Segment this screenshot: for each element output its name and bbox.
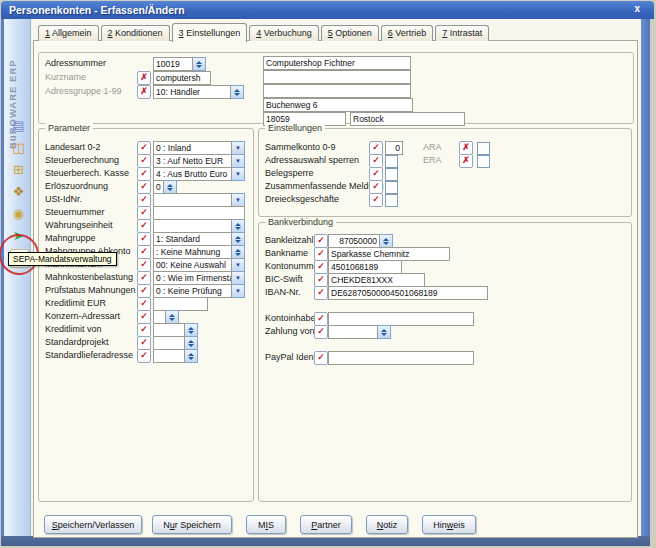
dropdown-field[interactable]: 0 : Keine Prüfung▼ bbox=[153, 284, 245, 298]
checkbox[interactable] bbox=[385, 168, 398, 181]
modified-flag-icon[interactable]: ✓ bbox=[137, 271, 151, 285]
orgchart-icon[interactable]: ⊞ bbox=[10, 161, 27, 178]
text-field[interactable]: DE62870500004501068189 bbox=[328, 286, 488, 300]
modified-flag-icon[interactable]: ✓ bbox=[137, 180, 151, 194]
notiz-button[interactable]: Notiz bbox=[366, 515, 408, 534]
field-value[interactable] bbox=[153, 349, 185, 363]
spinner-field[interactable] bbox=[153, 349, 198, 363]
field-value[interactable]: 4 : Aus Brutto Euro bbox=[153, 167, 232, 181]
spinner-icon[interactable] bbox=[232, 219, 245, 233]
spinner-icon[interactable] bbox=[232, 245, 245, 259]
field-value[interactable] bbox=[153, 323, 185, 337]
text-field[interactable]: 4501068189 bbox=[328, 260, 402, 274]
modified-flag-icon[interactable]: ✓ bbox=[137, 193, 151, 207]
modified-flag-icon[interactable]: ✓ bbox=[314, 286, 328, 300]
clear-flag-icon[interactable]: ✗ bbox=[137, 71, 151, 85]
spinner-icon[interactable] bbox=[232, 232, 245, 246]
modified-flag-icon[interactable]: ✓ bbox=[137, 206, 151, 220]
nur-speichern-button[interactable]: Nur Speichern bbox=[152, 515, 232, 534]
field-value[interactable] bbox=[328, 325, 378, 339]
tab-allgemein[interactable]: 1 Allgemein bbox=[38, 25, 99, 41]
clear-flag-icon[interactable]: ✗ bbox=[459, 141, 473, 155]
modified-flag-icon[interactable]: ✓ bbox=[314, 273, 328, 287]
field-value[interactable]: computersh bbox=[153, 71, 211, 85]
dropdown-arrow-icon[interactable]: ▼ bbox=[232, 154, 245, 168]
text-field[interactable] bbox=[328, 351, 474, 365]
modified-flag-icon[interactable]: ✓ bbox=[137, 232, 151, 246]
dropdown-field[interactable]: 0 : Wie im Firmenstamm eing▼ bbox=[153, 271, 245, 285]
spinner-field[interactable]: 0 bbox=[153, 180, 177, 194]
dropdown-arrow-icon[interactable]: ▼ bbox=[232, 258, 245, 272]
field-value[interactable] bbox=[153, 336, 185, 350]
field-value[interactable] bbox=[153, 219, 232, 233]
spinner-icon[interactable] bbox=[185, 349, 198, 363]
modified-flag-icon[interactable]: ✓ bbox=[314, 247, 328, 261]
modified-flag-icon[interactable]: ✓ bbox=[137, 284, 151, 298]
text-field[interactable] bbox=[153, 206, 245, 220]
tab-intrastat[interactable]: 7 Intrastat bbox=[435, 25, 489, 41]
partner-button[interactable]: Partner bbox=[300, 515, 352, 534]
field-value[interactable]: DE62870500004501068189 bbox=[328, 286, 488, 300]
modified-flag-icon[interactable]: ✓ bbox=[314, 234, 328, 248]
text-field[interactable]: CHEKDE81XXX bbox=[328, 273, 425, 287]
dropdown-arrow-icon[interactable]: ▼ bbox=[232, 284, 245, 298]
clear-flag-icon[interactable]: ✗ bbox=[137, 85, 151, 99]
tab-vertrieb[interactable]: 6 Vertrieb bbox=[381, 25, 434, 41]
field-value[interactable]: 1: Standard bbox=[153, 232, 232, 246]
value-box[interactable]: 0 bbox=[385, 141, 403, 155]
field-value[interactable]: 10: Händler bbox=[153, 85, 231, 99]
spinner-field[interactable] bbox=[153, 219, 245, 233]
field-value[interactable]: 00: Keine Auswahl bbox=[153, 258, 232, 272]
tab-konditionen[interactable]: 2 Konditionen bbox=[101, 25, 170, 41]
field-value[interactable]: 0 : Inland bbox=[153, 141, 232, 155]
field-value[interactable]: CHEKDE81XXX bbox=[328, 273, 425, 287]
modified-flag-icon[interactable]: ✓ bbox=[137, 323, 151, 337]
field-value[interactable] bbox=[263, 84, 411, 98]
spinner-field[interactable] bbox=[328, 325, 391, 339]
spinner-icon[interactable] bbox=[380, 234, 393, 248]
text-field[interactable]: Buchenweg 6 bbox=[263, 98, 413, 112]
text-field[interactable]: Computershop Fichtner bbox=[263, 56, 411, 70]
field-value[interactable]: Buchenweg 6 bbox=[263, 98, 413, 112]
tab-einstellungen[interactable]: 3 Einstellungen bbox=[172, 23, 248, 42]
spinner-icon[interactable] bbox=[185, 323, 198, 337]
field-value[interactable] bbox=[153, 193, 232, 207]
modified-flag-icon[interactable]: ✓ bbox=[137, 154, 151, 168]
dropdown-field[interactable]: 3 : Auf Netto EUR▼ bbox=[153, 154, 245, 168]
mis-button[interactable]: MIS bbox=[246, 515, 286, 534]
field-value[interactable]: 10019 bbox=[153, 57, 193, 71]
checkbox[interactable] bbox=[477, 142, 490, 155]
checkbox[interactable] bbox=[385, 181, 398, 194]
spinner-icon[interactable] bbox=[164, 180, 177, 194]
field-value[interactable] bbox=[263, 70, 411, 84]
text-field[interactable] bbox=[153, 297, 208, 311]
spinner-field[interactable]: : Keine Mahnung bbox=[153, 245, 245, 259]
checkbox[interactable] bbox=[385, 155, 398, 168]
spinner-field[interactable] bbox=[153, 336, 198, 350]
coins-icon[interactable]: ◉ bbox=[10, 205, 27, 222]
modified-flag-icon[interactable]: ✓ bbox=[369, 154, 383, 168]
modified-flag-icon[interactable]: ✓ bbox=[137, 310, 151, 324]
field-value[interactable]: Sparkasse Chemnitz bbox=[328, 247, 450, 261]
field-value[interactable]: 0 bbox=[153, 180, 164, 194]
spinner-icon[interactable] bbox=[378, 325, 391, 339]
field-value[interactable]: Computershop Fichtner bbox=[263, 56, 411, 70]
spinner-icon[interactable] bbox=[185, 336, 198, 350]
field-value[interactable] bbox=[153, 297, 208, 311]
modified-flag-icon[interactable]: ✓ bbox=[369, 180, 383, 194]
modified-flag-icon[interactable]: ✓ bbox=[314, 260, 328, 274]
hinweis-button[interactable]: Hinweis bbox=[422, 515, 476, 534]
text-field[interactable]: Sparkasse Chemnitz bbox=[328, 247, 450, 261]
modified-flag-icon[interactable]: ✓ bbox=[137, 245, 151, 259]
spinner-field[interactable]: 10: Händler bbox=[153, 85, 244, 99]
dropdown-arrow-icon[interactable]: ▼ bbox=[232, 271, 245, 285]
field-value[interactable] bbox=[328, 351, 474, 365]
checkbox[interactable] bbox=[385, 194, 398, 207]
spinner-field[interactable]: 1: Standard bbox=[153, 232, 245, 246]
modified-flag-icon[interactable]: ✓ bbox=[369, 141, 383, 155]
tab-verbuchung[interactable]: 4 Verbuchung bbox=[249, 25, 319, 41]
field-value[interactable]: 0 : Keine Prüfung bbox=[153, 284, 232, 298]
field-value[interactable]: 0 bbox=[385, 141, 403, 155]
spinner-field[interactable]: 10019 bbox=[153, 57, 206, 71]
field-value[interactable]: 3 : Auf Netto EUR bbox=[153, 154, 232, 168]
